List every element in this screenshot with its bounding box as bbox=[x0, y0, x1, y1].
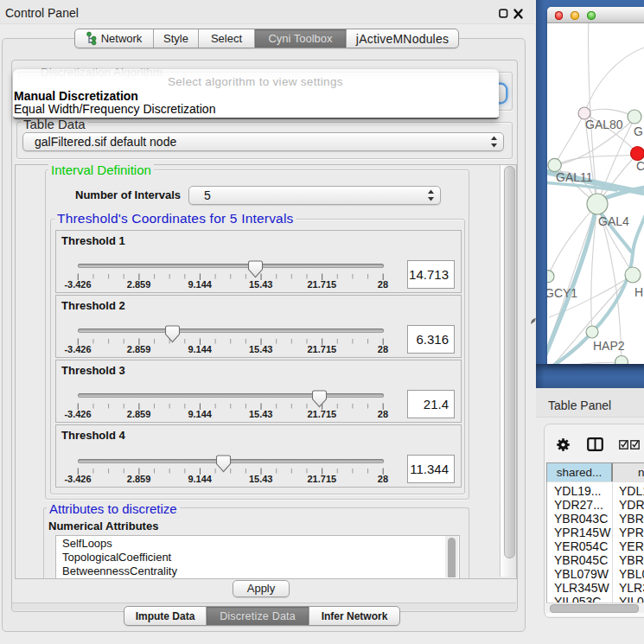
svg-text:G: G bbox=[634, 124, 643, 138]
svg-text:GCY1: GCY1 bbox=[547, 286, 577, 300]
svg-text:H: H bbox=[634, 285, 643, 299]
svg-text:GAL11: GAL11 bbox=[556, 170, 593, 184]
svg-text:HAP2: HAP2 bbox=[593, 339, 625, 353]
svg-text:C: C bbox=[636, 159, 644, 173]
svg-text:GAL4: GAL4 bbox=[598, 214, 629, 228]
svg-text:GAL80: GAL80 bbox=[585, 118, 623, 131]
